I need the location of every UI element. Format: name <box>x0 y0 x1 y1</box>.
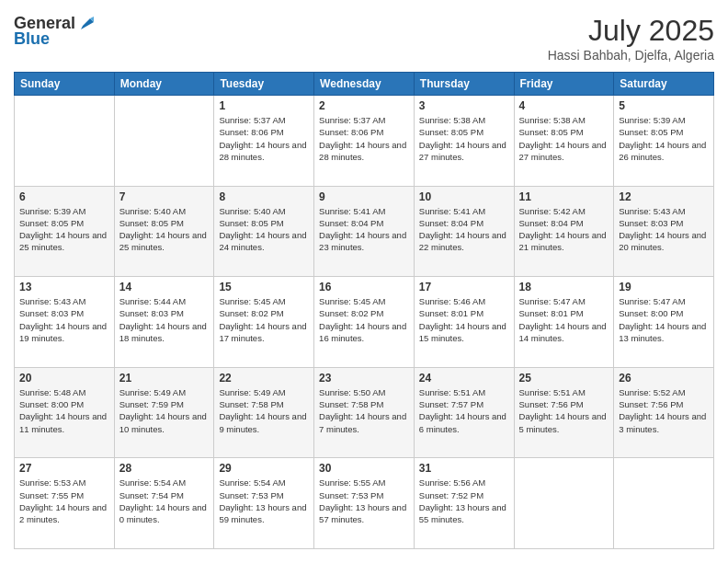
calendar-week-row: 20Sunrise: 5:48 AMSunset: 8:00 PMDayligh… <box>15 367 714 458</box>
calendar-cell: 6Sunrise: 5:39 AMSunset: 8:05 PMDaylight… <box>15 186 115 277</box>
calendar-cell: 20Sunrise: 5:48 AMSunset: 8:00 PMDayligh… <box>15 367 115 458</box>
month-title: July 2025 <box>548 14 714 48</box>
cell-info: Sunrise: 5:40 AMSunset: 8:05 PMDaylight:… <box>119 205 210 254</box>
weekday-header: Thursday <box>414 73 514 96</box>
calendar-cell: 27Sunrise: 5:53 AMSunset: 7:55 PMDayligh… <box>15 458 115 549</box>
cell-info: Sunrise: 5:46 AMSunset: 8:01 PMDaylight:… <box>419 295 509 344</box>
cell-info: Sunrise: 5:41 AMSunset: 8:04 PMDaylight:… <box>319 205 409 254</box>
calendar-week-row: 27Sunrise: 5:53 AMSunset: 7:55 PMDayligh… <box>15 458 714 549</box>
logo-icon <box>77 13 97 33</box>
day-number: 17 <box>419 281 509 293</box>
day-number: 25 <box>519 372 609 385</box>
calendar-cell: 16Sunrise: 5:45 AMSunset: 8:02 PMDayligh… <box>314 277 415 368</box>
calendar-week-row: 13Sunrise: 5:43 AMSunset: 8:03 PMDayligh… <box>15 277 714 368</box>
cell-info: Sunrise: 5:38 AMSunset: 8:05 PMDaylight:… <box>519 114 609 163</box>
calendar-cell: 31Sunrise: 5:56 AMSunset: 7:52 PMDayligh… <box>414 458 514 549</box>
cell-info: Sunrise: 5:41 AMSunset: 8:04 PMDaylight:… <box>419 205 509 254</box>
day-number: 2 <box>319 99 409 112</box>
calendar-cell: 12Sunrise: 5:43 AMSunset: 8:03 PMDayligh… <box>614 186 714 277</box>
cell-info: Sunrise: 5:51 AMSunset: 7:56 PMDaylight:… <box>519 386 609 435</box>
cell-info: Sunrise: 5:45 AMSunset: 8:02 PMDaylight:… <box>319 295 409 344</box>
calendar-cell: 5Sunrise: 5:39 AMSunset: 8:05 PMDaylight… <box>614 96 714 187</box>
calendar-week-row: 1Sunrise: 5:37 AMSunset: 8:06 PMDaylight… <box>15 96 714 187</box>
day-number: 19 <box>619 281 709 293</box>
day-number: 7 <box>119 190 210 203</box>
day-number: 21 <box>119 372 210 385</box>
weekday-header: Tuesday <box>214 73 314 96</box>
calendar-cell: 1Sunrise: 5:37 AMSunset: 8:06 PMDaylight… <box>214 96 314 187</box>
day-number: 28 <box>119 462 210 475</box>
day-number: 6 <box>19 190 109 203</box>
calendar-cell: 15Sunrise: 5:45 AMSunset: 8:02 PMDayligh… <box>214 277 314 368</box>
cell-info: Sunrise: 5:49 AMSunset: 7:59 PMDaylight:… <box>119 386 210 435</box>
cell-info: Sunrise: 5:44 AMSunset: 8:03 PMDaylight:… <box>119 295 210 344</box>
weekday-header: Saturday <box>614 73 714 96</box>
calendar-cell <box>514 458 614 549</box>
weekday-header: Monday <box>114 73 214 96</box>
calendar-cell: 25Sunrise: 5:51 AMSunset: 7:56 PMDayligh… <box>514 367 614 458</box>
day-number: 29 <box>219 462 309 475</box>
calendar-cell: 8Sunrise: 5:40 AMSunset: 8:05 PMDaylight… <box>214 186 314 277</box>
calendar-cell: 24Sunrise: 5:51 AMSunset: 7:57 PMDayligh… <box>414 367 514 458</box>
cell-info: Sunrise: 5:54 AMSunset: 7:53 PMDaylight:… <box>219 477 309 525</box>
calendar-table: SundayMondayTuesdayWednesdayThursdayFrid… <box>14 72 714 549</box>
logo: General Blue <box>14 14 97 49</box>
day-number: 4 <box>519 99 609 112</box>
day-number: 9 <box>319 190 409 203</box>
cell-info: Sunrise: 5:47 AMSunset: 8:01 PMDaylight:… <box>519 295 609 344</box>
calendar-cell: 17Sunrise: 5:46 AMSunset: 8:01 PMDayligh… <box>414 277 514 368</box>
calendar-cell: 14Sunrise: 5:44 AMSunset: 8:03 PMDayligh… <box>114 277 214 368</box>
cell-info: Sunrise: 5:56 AMSunset: 7:52 PMDaylight:… <box>419 477 509 525</box>
calendar-cell: 29Sunrise: 5:54 AMSunset: 7:53 PMDayligh… <box>214 458 314 549</box>
header: General Blue July 2025 Hassi Bahbah, Dje… <box>14 14 714 63</box>
day-number: 22 <box>219 372 309 385</box>
day-number: 15 <box>219 281 309 293</box>
calendar-cell: 19Sunrise: 5:47 AMSunset: 8:00 PMDayligh… <box>614 277 714 368</box>
day-number: 30 <box>319 462 409 475</box>
weekday-header: Wednesday <box>314 73 415 96</box>
location: Hassi Bahbah, Djelfa, Algeria <box>548 48 714 63</box>
calendar-cell: 9Sunrise: 5:41 AMSunset: 8:04 PMDaylight… <box>314 186 415 277</box>
calendar-cell: 13Sunrise: 5:43 AMSunset: 8:03 PMDayligh… <box>15 277 115 368</box>
calendar-cell: 2Sunrise: 5:37 AMSunset: 8:06 PMDaylight… <box>314 96 415 187</box>
cell-info: Sunrise: 5:54 AMSunset: 7:54 PMDaylight:… <box>119 477 210 525</box>
calendar-cell: 26Sunrise: 5:52 AMSunset: 7:56 PMDayligh… <box>614 367 714 458</box>
day-number: 23 <box>319 372 409 385</box>
day-number: 8 <box>219 190 309 203</box>
day-number: 5 <box>619 99 709 112</box>
day-number: 1 <box>219 99 309 112</box>
day-number: 26 <box>619 372 709 385</box>
cell-info: Sunrise: 5:38 AMSunset: 8:05 PMDaylight:… <box>419 114 509 163</box>
calendar-cell: 7Sunrise: 5:40 AMSunset: 8:05 PMDaylight… <box>114 186 214 277</box>
cell-info: Sunrise: 5:37 AMSunset: 8:06 PMDaylight:… <box>319 114 409 163</box>
day-number: 31 <box>419 462 509 475</box>
day-number: 18 <box>519 281 609 293</box>
cell-info: Sunrise: 5:53 AMSunset: 7:55 PMDaylight:… <box>19 477 109 525</box>
day-number: 24 <box>419 372 509 385</box>
calendar-cell: 22Sunrise: 5:49 AMSunset: 7:58 PMDayligh… <box>214 367 314 458</box>
cell-info: Sunrise: 5:42 AMSunset: 8:04 PMDaylight:… <box>519 205 609 254</box>
calendar-cell: 23Sunrise: 5:50 AMSunset: 7:58 PMDayligh… <box>314 367 415 458</box>
cell-info: Sunrise: 5:47 AMSunset: 8:00 PMDaylight:… <box>619 295 709 344</box>
calendar-cell <box>614 458 714 549</box>
day-number: 14 <box>119 281 210 293</box>
calendar-week-row: 6Sunrise: 5:39 AMSunset: 8:05 PMDaylight… <box>15 186 714 277</box>
day-number: 12 <box>619 190 709 203</box>
cell-info: Sunrise: 5:40 AMSunset: 8:05 PMDaylight:… <box>219 205 309 254</box>
cell-info: Sunrise: 5:52 AMSunset: 7:56 PMDaylight:… <box>619 386 709 435</box>
cell-info: Sunrise: 5:45 AMSunset: 8:02 PMDaylight:… <box>219 295 309 344</box>
cell-info: Sunrise: 5:43 AMSunset: 8:03 PMDaylight:… <box>619 205 709 254</box>
calendar-cell: 11Sunrise: 5:42 AMSunset: 8:04 PMDayligh… <box>514 186 614 277</box>
cell-info: Sunrise: 5:55 AMSunset: 7:53 PMDaylight:… <box>319 477 409 525</box>
calendar-cell: 10Sunrise: 5:41 AMSunset: 8:04 PMDayligh… <box>414 186 514 277</box>
calendar-cell <box>15 96 115 187</box>
cell-info: Sunrise: 5:48 AMSunset: 8:00 PMDaylight:… <box>19 386 109 435</box>
cell-info: Sunrise: 5:39 AMSunset: 8:05 PMDaylight:… <box>619 114 709 163</box>
title-block: July 2025 Hassi Bahbah, Djelfa, Algeria <box>548 14 714 63</box>
calendar-cell: 28Sunrise: 5:54 AMSunset: 7:54 PMDayligh… <box>114 458 214 549</box>
calendar-cell: 21Sunrise: 5:49 AMSunset: 7:59 PMDayligh… <box>114 367 214 458</box>
day-number: 10 <box>419 190 509 203</box>
day-number: 3 <box>419 99 509 112</box>
day-number: 16 <box>319 281 409 293</box>
calendar-cell: 3Sunrise: 5:38 AMSunset: 8:05 PMDaylight… <box>414 96 514 187</box>
